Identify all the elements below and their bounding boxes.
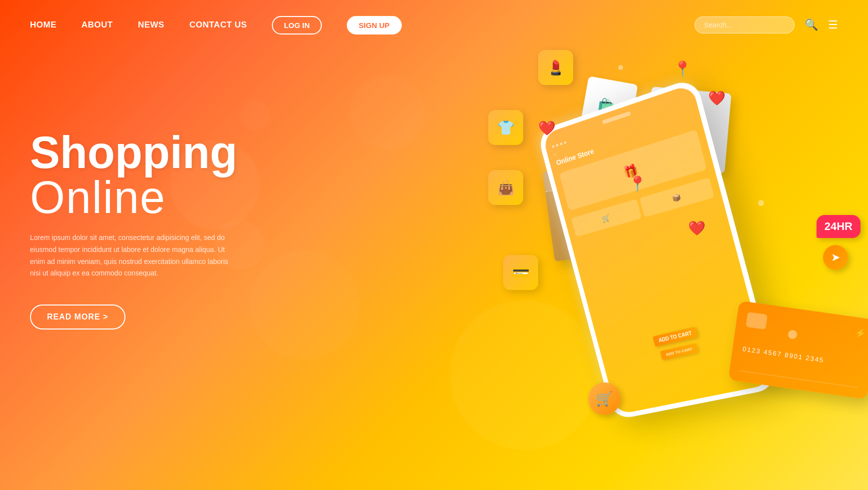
- add-to-cart-screen-btn-2: ADD TO CART: [660, 343, 699, 360]
- dot-1: [552, 145, 555, 148]
- hero-description: Lorem ipsum dolor sit amet, consectetur …: [30, 232, 240, 280]
- card-logo: ⚡: [854, 327, 867, 340]
- nav-home[interactable]: HOME: [30, 20, 56, 30]
- nav-links: HOME ABOUT NEWS CONTACT US LOG IN SIGN U…: [30, 16, 695, 34]
- pin-1: 📍: [673, 60, 692, 78]
- hero-title: Shopping: [30, 130, 240, 175]
- dot-2: [556, 144, 559, 146]
- nav-about[interactable]: ABOUT: [81, 20, 113, 30]
- search-input[interactable]: [695, 16, 795, 34]
- search-icon[interactable]: 🔍: [805, 18, 818, 32]
- nav-contact[interactable]: CONTACT US: [189, 20, 247, 30]
- small-dot-3: [618, 65, 623, 70]
- pin-2: 📍: [628, 175, 647, 192]
- nav-news[interactable]: NEWS: [138, 20, 164, 30]
- dot-4: [564, 141, 567, 144]
- send-icon-circle: ➤: [823, 245, 848, 270]
- bokeh-3: [240, 100, 270, 130]
- icon-badge-shirt: 👕: [488, 110, 523, 145]
- heart-3: ❤️: [708, 90, 726, 106]
- phone-scene: 🛍️ 🎁 ‹ Online Store 🎁 🛒 📦: [438, 30, 868, 480]
- card-chip: [746, 312, 768, 330]
- hero-text-block: Shopping Online Lorem ipsum dolor sit am…: [30, 130, 240, 330]
- bokeh-4: [250, 250, 360, 360]
- signup-button[interactable]: SIGN UP: [347, 16, 402, 34]
- small-dot-1: [758, 200, 764, 206]
- dot-3: [560, 142, 563, 146]
- navbar: HOME ABOUT NEWS CONTACT US LOG IN SIGN U…: [0, 0, 868, 50]
- heart-2: ❤️: [688, 220, 706, 236]
- badge-24hr: 24HR: [817, 215, 861, 238]
- card-top: ⚡: [746, 312, 867, 344]
- icon-badge-card: 💳: [503, 255, 538, 290]
- nav-right: 🔍 ☰: [695, 16, 838, 34]
- hero-section: HOME ABOUT NEWS CONTACT US LOG IN SIGN U…: [0, 0, 868, 490]
- card-number: 0123 4567 8901 2345: [742, 345, 862, 369]
- heart-1: ❤️: [538, 120, 556, 136]
- icon-badge-bag: 👜: [488, 170, 523, 205]
- menu-icon[interactable]: ☰: [828, 18, 838, 32]
- small-dot-2: [788, 330, 797, 339]
- icon-badge-beauty: 💄: [538, 50, 573, 85]
- hero-subtitle: Online: [30, 175, 240, 220]
- login-button[interactable]: LOG IN: [272, 16, 322, 34]
- read-more-button[interactable]: READ MORE >: [30, 304, 125, 330]
- cart-circle-icon: 🛒: [588, 382, 621, 415]
- bokeh-6: [350, 75, 425, 150]
